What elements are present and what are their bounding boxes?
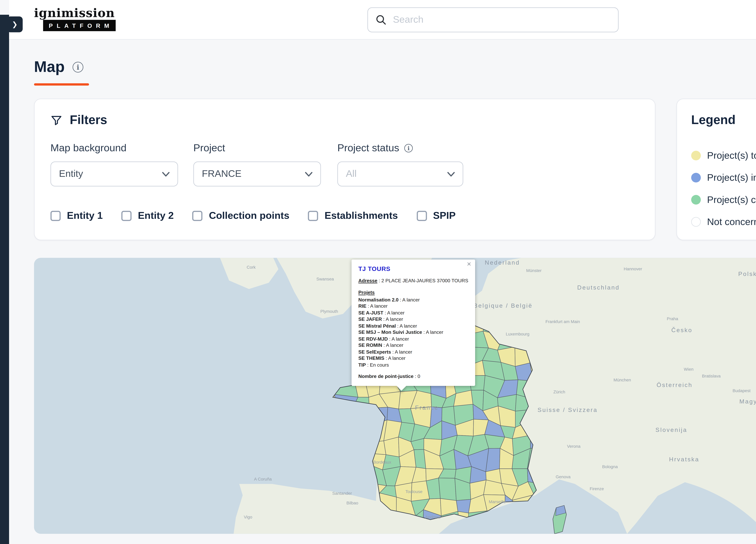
project-status-value: All [346,168,357,180]
sidebar-expand-button[interactable]: ❯ [7,16,23,32]
project-status-label-text: Project status [337,142,399,154]
project-name: TIP [358,362,366,367]
checkbox-spip[interactable]: SPIP [417,210,456,222]
project-status: A lancer [402,296,420,302]
separator: : [382,342,386,348]
project-name: SE A-JUST [358,309,383,315]
project-name: SE RDV-MJD [358,336,388,341]
logo-platform-badge: PLATFORM [43,20,115,31]
legend-dot-green [691,195,701,205]
project-name: Normalisation 2.0 [358,296,399,302]
legend-item: Project(s) completed [691,189,756,211]
project-status-select[interactable]: All [337,162,463,187]
logo-wordmark: ignimission [34,6,115,20]
checkbox-box[interactable] [308,211,318,221]
checkbox-box[interactable] [51,211,61,221]
separator: : [384,355,388,361]
separator: : [388,336,392,341]
popup-project-row: SE ROMIN : A lancer [358,342,468,349]
layer-checkbox-row: Entity 1 Entity 2 Collection points Esta… [51,210,456,222]
project-status-info-icon[interactable]: i [404,144,413,153]
project-status-label: Project status i [337,142,463,154]
map-popup: × TJ TOURS Adresse : 2 PLACE JEAN-JAURES… [352,260,475,386]
map-background-select[interactable]: Entity [51,162,178,187]
popup-projects-label: Projets [358,289,468,296]
project-name: SE SelExperts [358,349,391,354]
filters-card: Filters Map background Entity Project FR… [34,99,655,241]
popup-project-row: SE A-JUST : A lancer [358,309,468,316]
separator: : [422,329,426,335]
separator: : [396,323,400,328]
search-input[interactable] [387,8,618,32]
filters-title: Filters [70,113,107,128]
project-value: FRANCE [202,168,241,180]
project-status: A lancer [388,355,406,361]
chevron-right-icon: ❯ [12,20,18,28]
popup-project-row: SE RDV-MJD : A lancer [358,336,468,342]
checkbox-label: Collection points [209,210,289,222]
separator: : [382,316,386,322]
project-status: A lancer [387,309,404,315]
app-root: ❯ ignimission PLATFORM Map i [0,0,756,544]
map-container: CorkSwanseaExeterPlymouthNederlandMünste… [34,258,756,534]
checkbox-box[interactable] [417,211,427,221]
project-name: SE Mistral Pénal [358,323,396,328]
address-label: Adresse [358,277,377,283]
project-name: SE JAFER [358,316,382,322]
search-icon [375,14,387,26]
project-status: En cours [370,362,389,367]
project-status: A lancer [386,316,403,322]
map-info-icon[interactable]: i [73,62,83,73]
search-bar[interactable] [367,7,619,32]
filter-funnel-icon [51,114,62,126]
legend-card: Legend Project(s) to be launched Project… [676,99,756,241]
popup-project-row: Normalisation 2.0 : A lancer [358,296,468,303]
separator: : [366,303,370,309]
checkbox-box[interactable] [192,211,203,221]
popup-project-row: TIP : En cours [358,362,468,368]
chevron-down-icon [162,172,170,177]
title-accent-underline [34,83,89,86]
project-label: Project [193,142,321,154]
project-select[interactable]: FRANCE [193,162,321,187]
popup-project-row: SE MSJ – Mon Suivi Justice : A lancer [358,329,468,336]
project-name: RIE [358,303,366,309]
popup-footer: Nombre de point-justice : 0 [358,373,468,380]
popup-project-row: SE THEMIS : A lancer [358,355,468,362]
checkbox-label: Entity 2 [138,210,174,222]
project-status: A lancer [392,336,409,341]
legend-title: Legend [691,113,735,128]
checkbox-box[interactable] [121,211,132,221]
popup-project-row: SE Mistral Pénal : A lancer [358,323,468,329]
popup-address: Adresse : 2 PLACE JEAN-JAURES 37000 TOUR… [358,277,468,284]
project-status: A lancer [386,342,403,348]
project-name: SE ROMIN [358,342,382,348]
page-title: Map [34,58,65,76]
address-value: 2 PLACE JEAN-JAURES 37000 TOURS [381,277,468,283]
legend-label: Project(s) in progress [707,172,756,183]
project-status: A lancer [426,329,443,335]
legend-item: Not concerned [691,211,756,233]
separator: : [366,362,370,367]
separator: : [391,349,395,354]
chevron-down-icon [447,172,455,177]
legend-dot-white [691,217,701,227]
project-name: SE MSJ – Mon Suivi Justice [358,329,422,335]
project-status: A lancer [370,303,388,309]
legend-item: Project(s) to be launched [691,145,756,167]
separator: : [383,309,387,315]
legend-dot-yellow [691,151,701,161]
chevron-down-icon [305,172,313,177]
checkbox-collection-points[interactable]: Collection points [192,210,289,222]
checkbox-establishments[interactable]: Establishments [308,210,398,222]
popup-project-row: SE SelExperts : A lancer [358,349,468,355]
legend-dot-blue [691,173,701,183]
legend-item: Project(s) in progress [691,167,756,189]
checkbox-entity-1[interactable]: Entity 1 [51,210,103,222]
project-status: A lancer [395,349,412,354]
checkbox-entity-2[interactable]: Entity 2 [121,210,174,222]
separator: : [414,373,418,379]
project-status: A lancer [400,323,417,328]
popup-project-row: RIE : A lancer [358,303,468,309]
popup-close-button[interactable]: × [467,261,471,267]
